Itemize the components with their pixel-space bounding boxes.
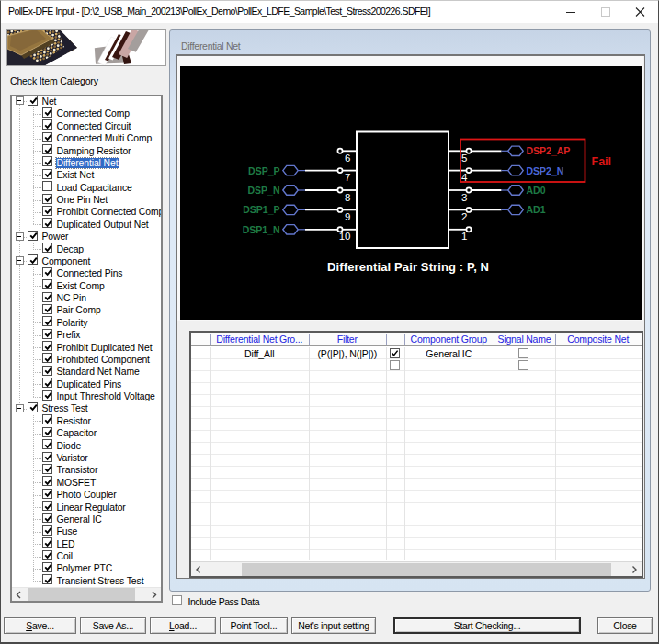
svg-text:DSP2_N: DSP2_N — [527, 165, 564, 176]
svg-text:9: 9 — [345, 211, 350, 222]
svg-text:AD0: AD0 — [527, 185, 546, 196]
svg-text:3: 3 — [461, 192, 467, 203]
svg-text:1: 1 — [461, 231, 467, 242]
svg-text:Differential Pair String : P,: Differential Pair String : P, N — [327, 260, 489, 274]
svg-text:DSP2_AP: DSP2_AP — [527, 145, 571, 156]
svg-text:7: 7 — [345, 172, 350, 183]
svg-text:6: 6 — [345, 153, 350, 164]
svg-text:AD1: AD1 — [527, 204, 546, 215]
svg-text:2: 2 — [461, 211, 467, 222]
svg-text:Fail: Fail — [592, 155, 612, 168]
svg-text:DSP_N: DSP_N — [247, 185, 279, 196]
svg-text:DSP_P: DSP_P — [248, 165, 279, 176]
svg-text:DSP1_N: DSP1_N — [243, 224, 280, 235]
svg-text:10: 10 — [339, 231, 351, 242]
svg-text:5: 5 — [461, 153, 467, 164]
svg-text:DSP1_P: DSP1_P — [243, 204, 279, 215]
svg-text:8: 8 — [345, 192, 350, 203]
